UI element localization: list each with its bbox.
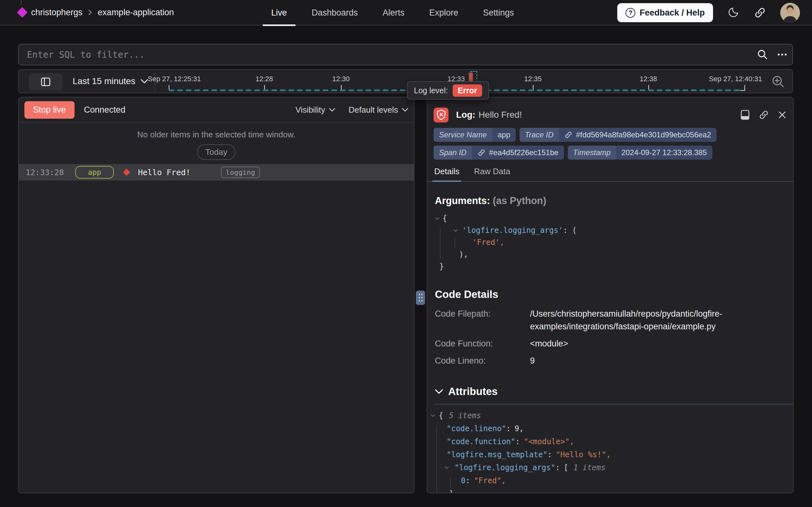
collapse-chevron-icon[interactable] <box>435 217 440 220</box>
panel-resize-handle[interactable] <box>416 291 425 305</box>
error-level-badge: Error <box>453 84 482 97</box>
search-icon[interactable] <box>757 49 768 60</box>
live-logs-panel: Stop live Connected Visibility Default l… <box>18 97 415 493</box>
tooltip-label: Log level: <box>414 86 448 95</box>
sql-filter-input[interactable] <box>27 50 757 60</box>
close-icon[interactable] <box>778 110 787 119</box>
code-function-row: Code Function: <module> <box>435 337 785 350</box>
log-detail-panel: Log: Hello Fred! <box>427 97 794 493</box>
grip-dots-icon <box>419 294 420 295</box>
collapse-chevron-icon[interactable] <box>453 229 458 232</box>
share-link-icon[interactable] <box>754 6 766 19</box>
detail-header: Log: Hello Fred! <box>427 103 793 127</box>
visibility-dropdown[interactable]: Visibility <box>295 105 335 115</box>
metadata-badges: Service Name app Trace ID #fdd5694a8fa98… <box>427 128 793 160</box>
log-message: Hello Fred! <box>138 168 191 177</box>
tab-alerts[interactable]: Alerts <box>374 0 413 25</box>
trace-id-badge[interactable]: Trace ID #fdd5694a8fa98eb4e301d99ebc056e… <box>519 128 716 142</box>
attributes-heading[interactable]: Attributes <box>435 386 785 398</box>
timeline-tick-label: 12:35 <box>524 75 542 83</box>
logo-pin-line <box>21 0 21 5</box>
attributes-json-block: { 5 items "code.lineno": 9, "code.functi… <box>435 409 785 493</box>
collapse-chevron-icon[interactable] <box>444 466 449 469</box>
top-nav: christophergs example-application Live D… <box>0 0 812 25</box>
default-levels-dropdown[interactable]: Default levels <box>349 105 408 115</box>
copy-link-icon[interactable] <box>758 109 769 120</box>
service-badge[interactable]: app <box>75 166 114 179</box>
connection-status: Connected <box>84 105 126 115</box>
service-name-badge[interactable]: Service Name app <box>434 128 516 142</box>
section-chevron-icon <box>435 389 443 394</box>
timeline-tick-label: Sep 27, 12:40:31 <box>709 75 762 83</box>
tab-dashboards[interactable]: Dashboards <box>303 0 367 25</box>
link-icon <box>477 149 486 157</box>
breadcrumb-project[interactable]: example-application <box>98 8 174 17</box>
logging-tag-badge[interactable]: logging <box>221 167 260 178</box>
today-button[interactable]: Today <box>197 145 235 160</box>
help-icon: ? <box>625 8 635 18</box>
chevron-down-icon <box>329 108 335 112</box>
stop-live-button[interactable]: Stop live <box>24 101 74 119</box>
detail-tabs: Details Raw Data <box>427 167 793 182</box>
dark-mode-moon-icon[interactable] <box>727 6 740 19</box>
timeline-end-tick <box>740 85 745 91</box>
link-icon <box>564 131 572 139</box>
tab-explore[interactable]: Explore <box>421 0 467 25</box>
zoom-in-icon[interactable] <box>771 74 785 89</box>
breadcrumb: christophergs example-application <box>0 8 174 17</box>
tab-details[interactable]: Details <box>434 167 459 181</box>
empty-message: No older items in the selected time wind… <box>19 130 414 139</box>
sql-filter-bar <box>18 44 793 65</box>
error-diamond-icon <box>123 169 130 176</box>
code-filepath-row: Code Filepath: /Users/christophersamiull… <box>435 307 785 333</box>
logfire-logo-icon[interactable] <box>17 7 27 18</box>
timeline-tick-label: 12:28 <box>255 75 273 83</box>
tab-live[interactable]: Live <box>263 0 296 25</box>
collapse-chevron-icon[interactable] <box>430 414 435 417</box>
timestamp-badge[interactable]: Timestamp 2024-09-27 12:33:28.385 <box>568 146 712 160</box>
code-details-heading: Code Details <box>435 288 785 300</box>
live-panel-header: Stop live Connected Visibility Default l… <box>19 97 414 123</box>
span-id-badge[interactable]: Span ID #ea4d5f226ec151be <box>434 146 564 160</box>
nav-tabs: Live Dashboards Alerts Explore Settings <box>263 0 522 25</box>
more-options-icon[interactable] <box>778 54 779 56</box>
tab-raw-data[interactable]: Raw Data <box>474 167 510 181</box>
split-view-icon[interactable] <box>740 109 750 120</box>
detail-title: Hello Fred! <box>479 110 522 120</box>
timeline-tick-label: Sep 27, 12:25:31 <box>148 75 201 83</box>
code-lineno-row: Code Lineno: 9 <box>435 354 785 367</box>
breadcrumb-separator-icon <box>87 9 92 16</box>
user-avatar[interactable] <box>780 3 800 22</box>
feedback-help-button[interactable]: ? Feedback / Help <box>617 3 713 22</box>
detail-title-prefix: Log: <box>456 110 476 120</box>
chevron-down-icon <box>402 108 408 112</box>
nav-right-actions: ? Feedback / Help <box>617 0 800 25</box>
empty-state: No older items in the selected time wind… <box>19 123 414 160</box>
timeline-tick-label: 12:30 <box>332 75 350 83</box>
arguments-code-block: { 'logfire.logging_args': ( 'Fred', ), } <box>435 212 785 273</box>
attributes-divider <box>435 404 793 404</box>
breadcrumb-org[interactable]: christophergs <box>31 8 82 17</box>
timeline[interactable]: Sep 27, 12:25:31 12:28 12:30 12:33 12:35… <box>19 70 792 93</box>
log-level-tooltip: Log level: Error <box>407 81 489 100</box>
error-shield-icon <box>434 108 448 122</box>
log-row[interactable]: 12:33:28 app Hello Fred! logging <box>19 164 414 180</box>
timeline-tick-label: 12:38 <box>639 75 657 83</box>
time-range-panel: Last 15 minutes Sep 27, 12:25:31 12:28 1… <box>18 69 793 93</box>
arguments-heading: Arguments: (as Python) <box>435 195 785 207</box>
tab-settings[interactable]: Settings <box>475 0 523 25</box>
log-timestamp: 12:33:28 <box>26 168 64 177</box>
